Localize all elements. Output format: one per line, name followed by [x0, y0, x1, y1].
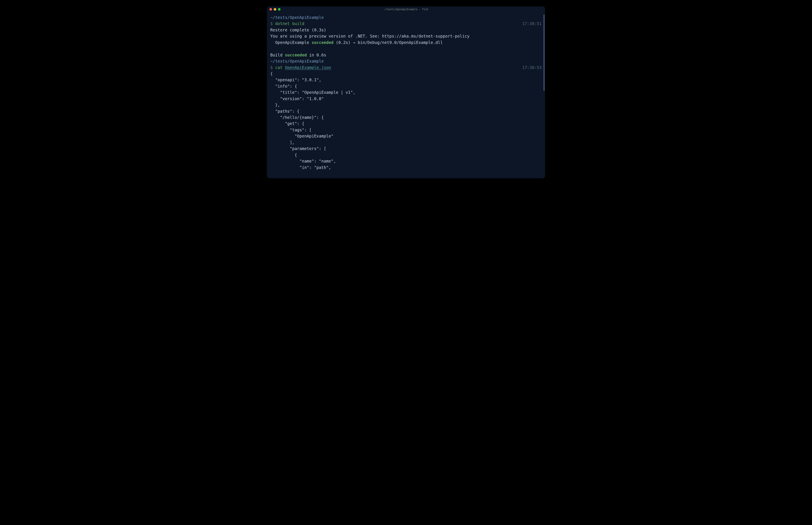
json-line: "parameters": [: [270, 146, 542, 152]
blank-line: [270, 46, 542, 52]
json-line: "/hello/{name}": {: [270, 115, 542, 121]
filename-arg[interactable]: OpenApiExample.json: [285, 65, 331, 70]
maximize-button[interactable]: [278, 8, 281, 11]
traffic-lights: [269, 8, 281, 11]
minimize-button[interactable]: [274, 8, 276, 11]
json-line: "name": "name",: [270, 158, 542, 164]
timestamp: 17:38:51: [522, 20, 542, 27]
cwd-line: ~/tests/OpenApiExample: [270, 58, 542, 64]
output-line: Build succeeded in 0.6s: [270, 52, 542, 58]
prompt-line-1: $ dotnet build 17:38:51: [270, 20, 542, 27]
window-title: ~/tests/OpenApiExample - fish: [384, 8, 428, 11]
json-line: },: [270, 102, 542, 108]
json-line: {: [270, 152, 542, 158]
json-line: "OpenApiExample": [270, 133, 542, 139]
json-line: "tags": [: [270, 127, 542, 133]
json-line: "version": "1.0.0": [270, 96, 542, 102]
json-output: { "openapi": "3.0.1", "info": { "title":…: [270, 71, 542, 170]
json-line: "info": {: [270, 83, 542, 89]
cwd-line: ~/tests/OpenApiExample: [270, 14, 542, 20]
command: cat: [275, 65, 282, 70]
json-line: "get": {: [270, 121, 542, 127]
output-line: OpenApiExample succeeded (0.2s) → bin/De…: [270, 40, 542, 46]
json-line: "paths": {: [270, 108, 542, 115]
terminal-window: ~/tests/OpenApiExample - fish ~/tests/Op…: [267, 6, 545, 178]
titlebar: ~/tests/OpenApiExample - fish: [267, 6, 545, 12]
scrollbar[interactable]: [543, 14, 545, 91]
prompt-line-2: $ cat OpenApiExample.json 17:38:53: [270, 64, 542, 71]
timestamp: 17:38:53: [522, 64, 542, 71]
command: dotnet: [275, 21, 290, 26]
output-line: You are using a preview version of .NET.…: [270, 33, 542, 39]
json-line: ],: [270, 139, 542, 146]
command-args: build: [292, 21, 304, 26]
json-line: {: [270, 71, 542, 77]
build-status: succeeded: [285, 52, 307, 57]
json-line: "openapi": "3.0.1",: [270, 77, 542, 83]
json-line: "title": "OpenApiExample | v1",: [270, 89, 542, 95]
output-line: Restore complete (0.3s): [270, 27, 542, 33]
close-button[interactable]: [269, 8, 272, 11]
build-status: succeeded: [311, 40, 334, 45]
prompt-symbol: $: [270, 65, 272, 70]
prompt-symbol: $: [270, 21, 272, 26]
terminal-body[interactable]: ~/tests/OpenApiExample $ dotnet build 17…: [267, 12, 545, 178]
json-line: "in": "path",: [270, 164, 542, 170]
